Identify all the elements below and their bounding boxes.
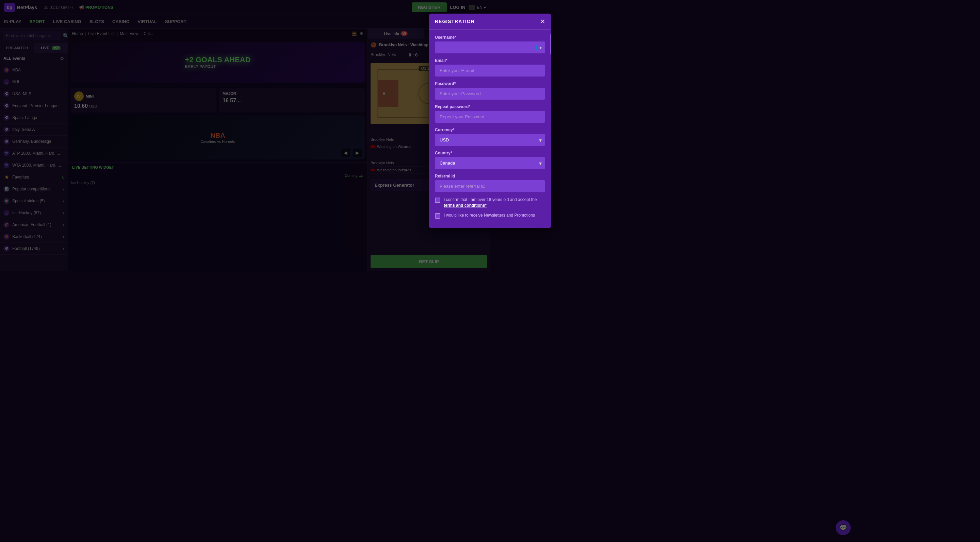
newsletter-label: I would like to receive Newsletters and … — [444, 212, 490, 218]
country-select[interactable]: Canada United States United Kingdom Aust… — [435, 157, 490, 169]
newsletter-checkbox-row: I would like to receive Newsletters and … — [435, 212, 490, 219]
terms-checkbox[interactable] — [435, 198, 440, 203]
email-input[interactable] — [435, 65, 490, 76]
password-label: Password* — [435, 81, 490, 86]
repeat-password-group: Repeat password* — [435, 105, 490, 123]
currency-label: Currency* — [435, 127, 490, 132]
repeat-password-input[interactable] — [435, 111, 490, 123]
currency-group: Currency* USD EUR GBP CAD ▾ — [435, 127, 490, 146]
terms-label: I confirm that I am over 18 years old an… — [444, 197, 490, 208]
username-input[interactable] — [435, 41, 490, 53]
password-group: Password* — [435, 81, 490, 100]
username-label: Username* — [435, 35, 490, 40]
registration-modal: REGISTRATION ✕ Username* 👤▾ Email* Passw… — [429, 14, 490, 228]
newsletter-checkbox[interactable] — [435, 213, 440, 219]
modal-title: REGISTRATION — [435, 19, 475, 24]
email-label: Email* — [435, 58, 490, 63]
referral-label: Referral Id — [435, 174, 490, 179]
modal-header: REGISTRATION ✕ — [429, 14, 490, 30]
modal-overlay: REGISTRATION ✕ Username* 👤▾ Email* Passw… — [0, 0, 490, 271]
referral-input[interactable] — [435, 180, 490, 192]
repeat-password-label: Repeat password* — [435, 105, 490, 109]
email-group: Email* — [435, 58, 490, 76]
country-group: Country* Canada United States United Kin… — [435, 151, 490, 169]
referral-group: Referral Id — [435, 174, 490, 192]
username-group: Username* 👤▾ — [435, 35, 490, 53]
password-input[interactable] — [435, 88, 490, 100]
currency-select[interactable]: USD EUR GBP CAD — [435, 134, 490, 146]
terms-checkbox-row: I confirm that I am over 18 years old an… — [435, 197, 490, 208]
country-label: Country* — [435, 151, 490, 155]
modal-body: Username* 👤▾ Email* Password* Repeat pas… — [429, 30, 490, 228]
